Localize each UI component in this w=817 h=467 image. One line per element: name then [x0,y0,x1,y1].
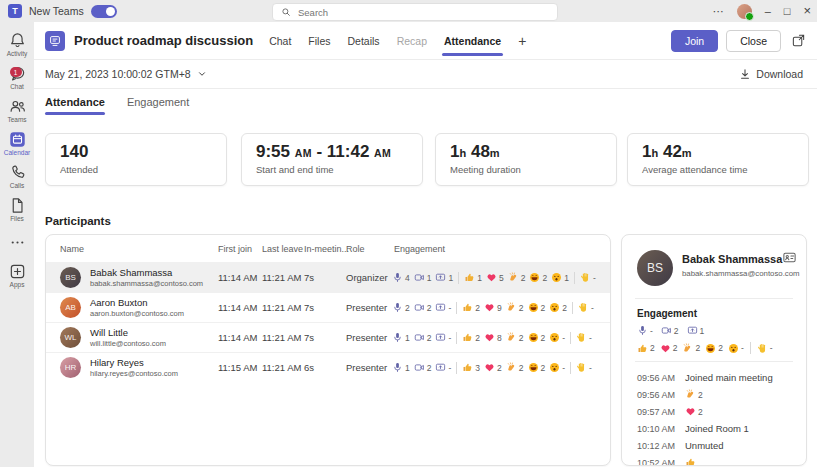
download-button[interactable]: Download [739,68,803,80]
session-selector[interactable]: May 21, 2023 10:00:02 GTM+8 [45,68,207,80]
subtab-engagement[interactable]: Engagement [127,96,189,115]
sidebar-item-more[interactable] [0,226,34,259]
engagement-count: - [593,273,596,283]
meeting-icon [45,31,65,51]
heart-chip: 9 [484,302,502,313]
search-bar[interactable] [272,3,558,21]
engagement-cell: 12-3222-- [392,353,592,382]
clap-chip: 2 [506,362,524,373]
heart-icon [484,362,495,373]
timeline-time: 09:56 AM [637,373,685,383]
app-sidebar: Activity1ChatTeamsCalendarCallsFilesApps [0,22,34,467]
participant-email: babak.shammassa@contoso.com [90,279,203,288]
laugh-chip: 2 [705,343,723,354]
engagement-count: 2 [541,363,546,373]
detail-reactions: 2222-- [637,342,773,354]
divider [456,362,457,374]
more-options-icon[interactable]: ⋯ [713,0,724,22]
search-input[interactable] [296,6,549,19]
participants-title: Participants [45,215,111,227]
divider [635,298,793,299]
raised-hand-chip: - [576,362,592,373]
surprised-icon [549,362,560,373]
pop-out-icon[interactable] [789,32,807,50]
table-row[interactable]: WLWill Littlewill.little@contoso.com11:1… [46,322,610,352]
participant-name: Will Little [90,327,128,338]
join-button[interactable]: Join [671,30,718,52]
participant-detail-panel: BS Babak Shammassa babak.shammassa@conto… [621,234,807,466]
mic-icon [392,272,403,283]
maximize-button[interactable]: □ [784,0,791,22]
new-teams-toggle[interactable] [91,5,117,18]
detail-email: babak.shammassa@contoso.com [682,269,800,278]
divider [570,362,571,374]
role-cell: Presenter [346,353,387,382]
like-chip: 2 [462,332,480,343]
raised-hand-chip: - [580,272,596,283]
sidebar-item-label: Teams [7,116,26,123]
card-value: 9:55 AM - 11:42 AM [256,142,408,162]
close-window-button[interactable]: × [803,0,811,22]
laugh-chip: 2 [529,272,547,283]
sidebar-item-apps[interactable]: Apps [0,259,34,292]
laugh-chip: 2 [528,362,546,373]
clap-icon [506,362,517,373]
divider [456,332,457,344]
sidebar-item-teams[interactable]: Teams [0,94,34,127]
clap-chip: 2 [685,389,703,400]
engagement-count: 2 [521,273,526,283]
user-avatar[interactable] [737,4,752,19]
apps-icon [9,263,26,280]
timeline-time: 10:12 AM [637,441,685,451]
engagement-count: 2 [718,343,723,353]
camera-chip: 2 [414,332,432,343]
teams-window: T New Teams ⋯ – □ × Activity1ChatTeamsCa… [0,0,817,467]
mic-chip: 4 [392,272,410,283]
divider [458,272,459,284]
sidebar-item-activity[interactable]: Activity [0,28,34,61]
tab-add[interactable]: + [518,22,526,59]
close-button[interactable]: Close [726,30,781,52]
heart-chip: 5 [486,272,504,283]
sidebar-item-calendar[interactable]: Calendar [0,127,34,160]
mic-chip: 1 [392,362,410,373]
share-icon [435,272,446,283]
surprised-chip: 2 [549,302,567,313]
heart-chip: 2 [685,406,703,417]
tab-attendance[interactable]: Attendance [444,22,501,59]
tab-recap[interactable]: Recap [397,22,427,59]
summary-card: 9:55 AM - 11:42 AMStart and end time [241,133,423,186]
engagement-count: 9 [497,303,502,313]
sidebar-item-label: Calls [10,182,24,189]
engagement-count: - [589,363,592,373]
minimize-button[interactable]: – [765,0,771,22]
share-icon [435,332,446,343]
sidebar-item-chat[interactable]: 1Chat [0,61,34,94]
titlebar: T New Teams ⋯ – □ × [0,0,817,22]
subtab-attendance[interactable]: Attendance [45,96,105,115]
table-row[interactable]: BSBabak Shammassababak.shammassa@contoso… [46,262,610,292]
report-subtabs: AttendanceEngagement [45,96,189,115]
sidebar-item-files[interactable]: Files [0,193,34,226]
tab-files[interactable]: Files [308,22,330,59]
sidebar-item-calls[interactable]: Calls [0,160,34,193]
tab-chat[interactable]: Chat [269,22,291,59]
participant-name: Aaron Buxton [90,297,148,308]
table-row[interactable]: HRHilary Reyeshilary.reyes@contoso.com11… [46,352,610,382]
tab-details[interactable]: Details [348,22,380,59]
calendar-icon [9,131,26,148]
like-icon [462,362,473,373]
like-icon [637,343,648,354]
card-value: 140 [60,142,212,162]
engagement-count: 2 [541,303,546,313]
contact-card-icon[interactable] [782,250,797,265]
divider [750,342,751,354]
in-meeting-cell: 7s [304,323,314,352]
table-row[interactable]: ABAaron Buxtonaaron.buxton@contoso.com11… [46,292,610,322]
laugh-icon [705,343,716,354]
column-header: In-meetin... [304,244,349,254]
like-icon [685,457,696,466]
clap-icon [506,302,517,313]
timeline-time: 09:57 AM [637,407,685,417]
laugh-icon [528,332,539,343]
